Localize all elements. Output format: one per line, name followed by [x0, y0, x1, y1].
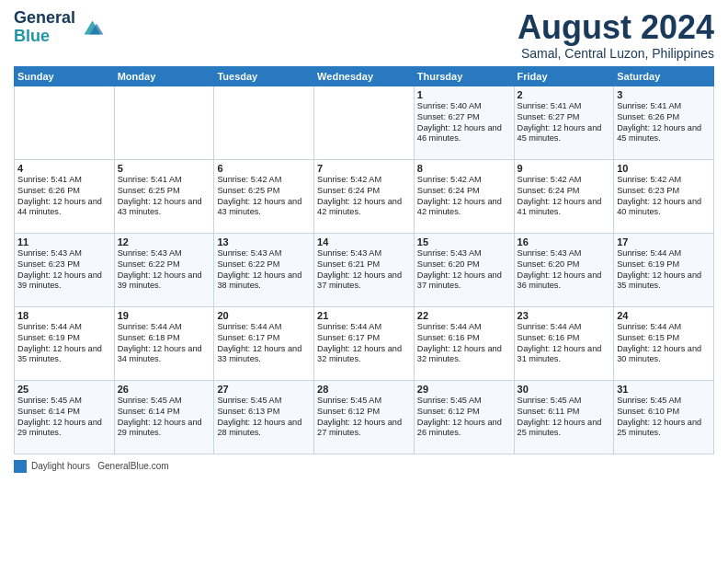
day-info: Sunset: 6:23 PM — [617, 186, 711, 197]
day-number: 23 — [518, 310, 611, 321]
day-info: Sunset: 6:15 PM — [617, 333, 711, 344]
day-info: Sunset: 6:24 PM — [317, 186, 411, 197]
day-info: Sunrise: 5:41 AM — [617, 101, 711, 112]
day-info: Sunset: 6:17 PM — [217, 333, 311, 344]
day-info: Sunset: 6:17 PM — [317, 333, 411, 344]
day-info: Sunrise: 5:44 AM — [118, 322, 211, 333]
week-row: 25Sunrise: 5:45 AMSunset: 6:14 PMDayligh… — [15, 380, 714, 454]
week-row: 18Sunrise: 5:44 AMSunset: 6:19 PMDayligh… — [15, 306, 714, 380]
day-info: Sunrise: 5:45 AM — [518, 396, 611, 407]
day-info: Sunrise: 5:43 AM — [217, 248, 311, 259]
day-info: Sunset: 6:19 PM — [17, 333, 111, 344]
day-info: Sunset: 6:16 PM — [518, 333, 611, 344]
logo-text: GeneralBlue — [14, 9, 75, 46]
day-cell: 3Sunrise: 5:41 AMSunset: 6:26 PMDaylight… — [614, 86, 714, 159]
calendar-body: 1Sunrise: 5:40 AMSunset: 6:27 PMDaylight… — [15, 86, 714, 454]
day-number: 3 — [617, 89, 711, 100]
day-info: Daylight: 12 hours and 44 minutes. — [17, 197, 111, 219]
day-info: Sunset: 6:26 PM — [617, 112, 711, 123]
day-info: Sunrise: 5:40 AM — [417, 101, 511, 112]
day-info: Daylight: 12 hours and 40 minutes. — [617, 197, 711, 219]
day-number: 31 — [617, 384, 711, 395]
day-number: 28 — [317, 384, 411, 395]
month-title: August 2024 — [518, 9, 714, 46]
logo: GeneralBlue — [14, 9, 105, 46]
day-number: 18 — [17, 310, 111, 321]
day-cell: 7Sunrise: 5:42 AMSunset: 6:24 PMDaylight… — [314, 159, 415, 233]
week-row: 1Sunrise: 5:40 AMSunset: 6:27 PMDaylight… — [15, 86, 714, 159]
day-number: 22 — [417, 310, 511, 321]
day-info: Sunrise: 5:42 AM — [518, 175, 611, 186]
calendar-table: SundayMondayTuesdayWednesdayThursdayFrid… — [14, 66, 714, 454]
day-info: Sunrise: 5:42 AM — [417, 175, 511, 186]
day-info: Sunset: 6:14 PM — [118, 407, 211, 418]
day-info: Sunrise: 5:43 AM — [417, 248, 511, 259]
header-cell: Tuesday — [214, 66, 314, 86]
day-info: Sunset: 6:23 PM — [17, 259, 111, 270]
day-cell — [114, 86, 214, 159]
day-info: Daylight: 12 hours and 43 minutes. — [118, 197, 211, 219]
header-cell: Saturday — [614, 66, 714, 86]
day-cell: 16Sunrise: 5:43 AMSunset: 6:20 PMDayligh… — [514, 233, 614, 306]
header: GeneralBlue August 2024 Samal, Central L… — [14, 9, 714, 61]
day-info: Sunrise: 5:45 AM — [118, 396, 211, 407]
credit: GeneralBlue.com — [97, 461, 168, 471]
day-cell: 27Sunrise: 5:45 AMSunset: 6:13 PMDayligh… — [214, 380, 314, 454]
day-info: Daylight: 12 hours and 35 minutes. — [617, 270, 711, 293]
day-cell: 1Sunrise: 5:40 AMSunset: 6:27 PMDaylight… — [414, 86, 514, 159]
day-info: Sunrise: 5:44 AM — [317, 322, 411, 333]
day-cell — [214, 86, 314, 159]
day-cell: 30Sunrise: 5:45 AMSunset: 6:11 PMDayligh… — [514, 380, 614, 454]
day-cell: 13Sunrise: 5:43 AMSunset: 6:22 PMDayligh… — [214, 233, 314, 306]
day-cell: 26Sunrise: 5:45 AMSunset: 6:14 PMDayligh… — [114, 380, 214, 454]
day-info: Sunset: 6:24 PM — [518, 186, 611, 197]
page: GeneralBlue August 2024 Samal, Central L… — [0, 0, 728, 482]
day-info: Sunrise: 5:42 AM — [217, 175, 311, 186]
day-number: 26 — [118, 384, 211, 395]
logo-icon — [77, 14, 105, 41]
day-info: Sunrise: 5:43 AM — [317, 248, 411, 259]
day-cell: 2Sunrise: 5:41 AMSunset: 6:27 PMDaylight… — [514, 86, 614, 159]
day-info: Sunset: 6:20 PM — [518, 259, 611, 270]
day-number: 9 — [518, 163, 611, 174]
day-number: 30 — [518, 384, 611, 395]
day-info: Daylight: 12 hours and 42 minutes. — [317, 197, 411, 219]
header-cell: Thursday — [414, 66, 514, 86]
day-info: Daylight: 12 hours and 36 minutes. — [518, 270, 611, 293]
day-info: Sunrise: 5:45 AM — [217, 396, 311, 407]
day-number: 25 — [17, 384, 111, 395]
day-info: Sunrise: 5:42 AM — [317, 175, 411, 186]
day-cell: 31Sunrise: 5:45 AMSunset: 6:10 PMDayligh… — [614, 380, 714, 454]
day-info: Daylight: 12 hours and 37 minutes. — [417, 270, 511, 293]
day-info: Sunrise: 5:45 AM — [617, 396, 711, 407]
day-info: Daylight: 12 hours and 45 minutes. — [617, 123, 711, 145]
day-info: Daylight: 12 hours and 43 minutes. — [217, 197, 311, 219]
day-info: Sunrise: 5:45 AM — [17, 396, 111, 407]
calendar-header: SundayMondayTuesdayWednesdayThursdayFrid… — [15, 66, 714, 86]
day-cell: 18Sunrise: 5:44 AMSunset: 6:19 PMDayligh… — [15, 306, 115, 380]
day-info: Sunset: 6:25 PM — [217, 186, 311, 197]
day-number: 13 — [217, 236, 311, 247]
day-info: Sunset: 6:16 PM — [417, 333, 511, 344]
day-number: 17 — [617, 236, 711, 247]
day-cell: 17Sunrise: 5:44 AMSunset: 6:19 PMDayligh… — [614, 233, 714, 306]
day-cell — [314, 86, 415, 159]
day-info: Sunrise: 5:41 AM — [118, 175, 211, 186]
day-number: 21 — [317, 310, 411, 321]
day-info: Sunset: 6:21 PM — [317, 259, 411, 270]
day-info: Sunrise: 5:43 AM — [17, 248, 111, 259]
day-cell: 15Sunrise: 5:43 AMSunset: 6:20 PMDayligh… — [414, 233, 514, 306]
day-number: 16 — [518, 236, 611, 247]
day-info: Sunset: 6:12 PM — [317, 407, 411, 418]
day-cell: 25Sunrise: 5:45 AMSunset: 6:14 PMDayligh… — [15, 380, 115, 454]
day-cell: 12Sunrise: 5:43 AMSunset: 6:22 PMDayligh… — [114, 233, 214, 306]
day-cell: 20Sunrise: 5:44 AMSunset: 6:17 PMDayligh… — [214, 306, 314, 380]
day-info: Sunrise: 5:44 AM — [17, 322, 111, 333]
header-cell: Monday — [114, 66, 214, 86]
day-info: Sunset: 6:25 PM — [118, 186, 211, 197]
day-info: Sunrise: 5:41 AM — [518, 101, 611, 112]
footer: Daylight hours GeneralBlue.com — [14, 460, 714, 473]
day-info: Sunset: 6:11 PM — [518, 407, 611, 418]
day-number: 10 — [617, 163, 711, 174]
week-row: 11Sunrise: 5:43 AMSunset: 6:23 PMDayligh… — [15, 233, 714, 306]
